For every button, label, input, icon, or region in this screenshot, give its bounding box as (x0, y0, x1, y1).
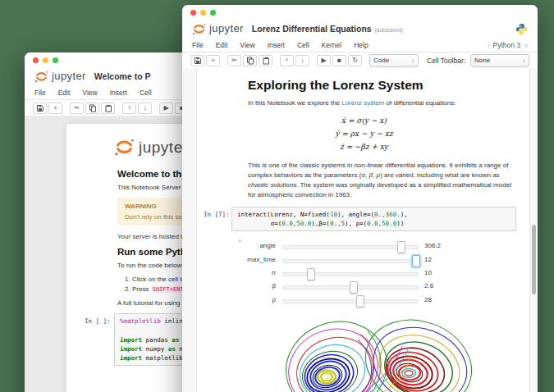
lorenz-system-link[interactable]: Lorenz system (341, 99, 384, 107)
front-menubar: File Edit View Insert Cell Kernel Help |… (182, 39, 538, 52)
input-prompt: In [7]: (204, 211, 230, 218)
cell-type-select[interactable]: Code ↕ (369, 54, 419, 67)
front-toolbar: + ✂ ↑ ↓ ▶ ■ ↻ Code ↕ Cell Toolbar: None … (182, 52, 538, 69)
copy-cell-button[interactable] (85, 103, 99, 114)
save-button[interactable] (190, 55, 204, 66)
menu-cell[interactable]: Cell (140, 89, 152, 97)
slider-track[interactable] (282, 272, 419, 276)
back-notebook-title[interactable]: Welcome to P (94, 71, 151, 81)
front-content: Exploring the Lorenz System In this Note… (182, 68, 538, 392)
paste-cell-button[interactable] (101, 103, 115, 114)
slider-sigma: σ10 (197, 268, 529, 279)
cell-toolbar-select[interactable]: None ↕ (470, 54, 529, 67)
slider-handle[interactable] (356, 295, 364, 308)
slider-handle[interactable] (397, 241, 405, 253)
kernel-indicator-area: | Python 3 ○ (488, 41, 528, 49)
autosave-status: (autosaved) (375, 27, 403, 33)
jupyter-logo-icon (34, 70, 48, 84)
kernel-name: Python 3 (493, 41, 521, 49)
interact-code-cell[interactable]: In [7]: interact(Lorenz, N=fixed(10), an… (197, 207, 516, 232)
menu-view[interactable]: View (240, 41, 254, 49)
slider-handle[interactable] (350, 281, 358, 294)
menu-cell[interactable]: Cell (297, 41, 309, 49)
jupyter-logo-icon (192, 22, 206, 36)
close-window-button[interactable] (190, 10, 196, 16)
menu-view[interactable]: View (82, 89, 97, 97)
slider-handle[interactable] (307, 268, 315, 280)
paste-cell-button[interactable] (259, 55, 272, 66)
scrollbar-thumb[interactable] (532, 225, 536, 294)
back-traffic-lights (33, 57, 58, 63)
minimize-window-button[interactable] (200, 10, 206, 16)
slider-track[interactable] (282, 259, 419, 263)
front-notebook-page: Exploring the Lorenz System In this Note… (196, 68, 530, 392)
save-button[interactable] (33, 103, 47, 114)
slider-angle: angle306.2 (197, 241, 529, 252)
zoom-window-button[interactable] (53, 57, 58, 63)
input-prompt: In [ ]: (85, 317, 111, 325)
jupyter-logo-icon (114, 137, 135, 157)
move-up-button[interactable]: ↑ (280, 55, 294, 66)
slider-handle[interactable] (412, 255, 420, 267)
lorenz-equations: ẋ = σ(y − x) ẏ = ρx − y − xz ż = −βz + x… (248, 114, 480, 154)
notebook-title[interactable]: Lorenz Differential Equations (252, 24, 372, 34)
desktop-background: jupyter Welcome to P File Edit View Inse… (0, 0, 554, 392)
jupyter-wordmark[interactable]: jupyter (52, 70, 86, 82)
equation-x: ẋ = σ(y − x) (248, 114, 480, 127)
cut-cell-button[interactable]: ✂ (70, 103, 84, 114)
move-down-button[interactable]: ↓ (138, 103, 152, 114)
front-logo-row: jupyter Lorenz Differential Equations (a… (182, 19, 538, 39)
interact-widget-area: × angle306.2 max_time12 σ10 β2.6 ρ28 (197, 238, 529, 310)
zoom-window-button[interactable] (210, 10, 216, 16)
add-cell-button[interactable]: + (48, 103, 62, 114)
select-stepper-icon: ↕ (412, 57, 415, 63)
slider-max-time: max_time12 (197, 255, 529, 266)
menu-insert[interactable]: Insert (110, 89, 127, 97)
equation-z: ż = −βz + xy (248, 140, 480, 153)
code-editor[interactable]: interact(Lorenz, N=fixed(10), angle=(0.,… (231, 207, 516, 232)
run-cell-button[interactable]: ▶ (317, 55, 331, 66)
cut-cell-button[interactable]: ✂ (227, 55, 241, 66)
stop-kernel-button[interactable]: ■ (332, 55, 346, 66)
copy-cell-button[interactable] (243, 55, 257, 66)
foreground-window[interactable]: jupyter Lorenz Differential Equations (a… (182, 5, 538, 392)
menu-kernel[interactable]: Kernel (322, 41, 342, 49)
move-down-button[interactable]: ↓ (295, 55, 309, 66)
add-cell-button[interactable]: + (206, 55, 220, 66)
menu-help[interactable]: Help (354, 41, 368, 49)
jupyter-wordmark-large: jupyter (139, 139, 189, 157)
run-cell-button[interactable]: ▶ (159, 103, 173, 114)
page-title: Exploring the Lorenz System (248, 78, 513, 93)
minimize-window-button[interactable] (43, 57, 48, 63)
slider-track[interactable] (282, 285, 419, 289)
menu-file[interactable]: File (192, 41, 204, 49)
close-window-button[interactable] (33, 57, 39, 63)
equation-y: ẏ = ρx − y − xz (248, 127, 480, 140)
menu-edit[interactable]: Edit (58, 89, 71, 97)
front-titlebar (182, 5, 538, 19)
restart-kernel-button[interactable]: ↻ (348, 55, 362, 66)
menu-edit[interactable]: Edit (216, 41, 228, 49)
slider-track[interactable] (282, 299, 419, 303)
move-up-button[interactable]: ↑ (122, 103, 136, 114)
jupyter-wordmark[interactable]: jupyter (209, 22, 244, 34)
kernel-status-icon: ○ (524, 42, 528, 49)
menu-file[interactable]: File (34, 89, 46, 97)
slider-rho: ρ28 (197, 295, 529, 306)
body-paragraph: This is one of the classic systems in no… (248, 161, 516, 200)
slider-beta: β2.6 (197, 281, 529, 292)
menu-insert[interactable]: Insert (268, 41, 285, 49)
intro-paragraph: In this Notebook we explore the Lorenz s… (248, 98, 516, 108)
front-traffic-lights (190, 10, 216, 16)
cell-toolbar-label: Cell Toolbar: (427, 57, 465, 65)
lorenz-attractor-plot (279, 318, 479, 392)
python-logo-icon (515, 23, 528, 35)
select-stepper-icon: ↕ (523, 57, 526, 63)
slider-track[interactable] (282, 245, 419, 249)
